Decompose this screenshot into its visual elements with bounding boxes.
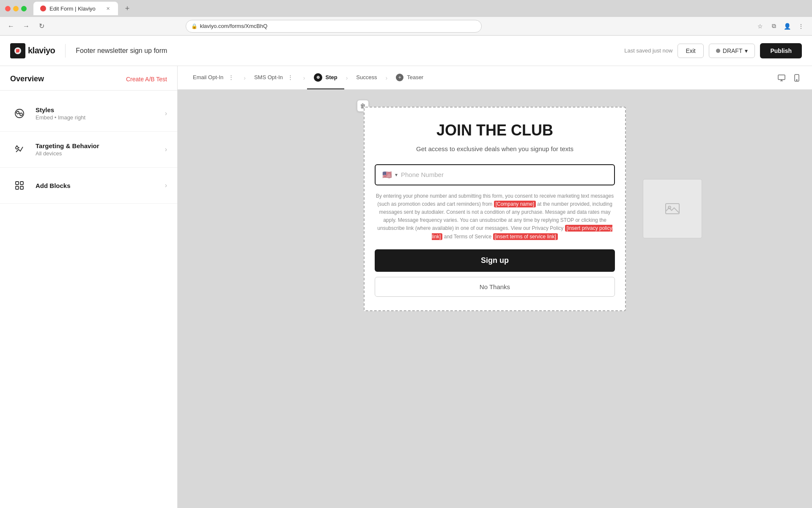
svg-point-5: [16, 146, 18, 149]
no-thanks-button[interactable]: No Thanks: [375, 277, 615, 297]
overview-title: Overview: [10, 75, 44, 83]
nav-divider: [65, 44, 66, 58]
form-title: Footer newsletter sign up form: [76, 47, 167, 55]
sidebar-header: Overview Create A/B Test: [0, 66, 177, 91]
nav-right: Last saved just now Exit DRAFT ▾ Publish: [624, 43, 802, 58]
styles-item-title: Styles: [36, 106, 158, 113]
sidebar-item-styles[interactable]: Styles Embed • Image right ›: [0, 96, 177, 132]
browser-toolbar: ← → ↻ 🔒 klaviyo.com/forms/XmcBhQ ☆ ⧉ 👤 ⋮: [0, 17, 812, 36]
signup-button[interactable]: Sign up: [375, 249, 615, 272]
bookmark-button[interactable]: ☆: [754, 20, 766, 32]
profile-button[interactable]: 👤: [782, 20, 793, 32]
tab-teaser-label: Teaser: [407, 74, 423, 80]
flag-icon: 🇺🇸: [382, 170, 392, 179]
preview-area[interactable]: 🗑 JOIN THE CLUB Get access to exclusive …: [178, 90, 812, 508]
form-subtext: Get access to exclusive deals when you s…: [375, 144, 615, 154]
svg-rect-8: [16, 182, 19, 185]
tab-success-label: Success: [356, 74, 377, 80]
styles-item-content: Styles Embed • Image right: [36, 106, 158, 121]
form-preview: JOIN THE CLUB Get access to exclusive de…: [364, 107, 626, 311]
draft-button[interactable]: DRAFT ▾: [709, 44, 755, 58]
left-sidebar: Overview Create A/B Test Styl: [0, 66, 178, 508]
tab-email-opt-in[interactable]: Email Opt-In ⋮: [186, 66, 242, 89]
mobile-view-button[interactable]: [790, 71, 804, 85]
tab-sms-opt-in-options[interactable]: ⋮: [286, 73, 295, 82]
phone-input[interactable]: 🇺🇸 ▾ Phone Number: [375, 164, 615, 185]
form-headline: JOIN THE CLUB: [375, 121, 615, 139]
extensions-button[interactable]: ⧉: [768, 20, 780, 32]
refresh-button[interactable]: ↻: [36, 20, 47, 32]
top-nav: klaviyo Footer newsletter sign up form L…: [0, 36, 812, 66]
draft-status-dot: [716, 49, 720, 53]
klaviyo-logo: klaviyo: [10, 43, 55, 58]
publish-button[interactable]: Publish: [760, 43, 802, 58]
exit-button[interactable]: Exit: [678, 44, 703, 58]
new-tab-button[interactable]: +: [121, 3, 133, 14]
svg-rect-12: [778, 75, 785, 80]
terms-link[interactable]: [insert terms of service link]: [493, 233, 558, 240]
styles-item-subtitle: Embed • Image right: [36, 114, 158, 121]
tab-favicon: [40, 6, 46, 11]
tab-sms-opt-in[interactable]: SMS Opt-In ⋮: [247, 66, 302, 89]
image-placeholder: [643, 179, 702, 238]
styles-icon: [10, 104, 29, 123]
phone-dropdown-arrow[interactable]: ▾: [395, 172, 398, 178]
styles-arrow-icon: ›: [165, 110, 167, 117]
svg-rect-11: [20, 186, 23, 189]
blocks-item-content: Add Blocks: [36, 182, 158, 189]
targeting-arrow-icon: ›: [165, 146, 167, 153]
minimize-window-button[interactable]: [13, 6, 19, 11]
app: klaviyo Footer newsletter sign up form L…: [0, 36, 812, 508]
tab-teaser[interactable]: + Teaser: [389, 66, 430, 89]
svg-point-3: [20, 113, 22, 116]
targeting-item-subtitle: All devices: [36, 150, 158, 157]
traffic-lights: [5, 6, 27, 11]
sidebar-items: Styles Embed • Image right ›: [0, 91, 177, 209]
browser-tab[interactable]: Edit Form | Klaviyo ✕: [33, 2, 118, 15]
forward-button[interactable]: →: [20, 20, 32, 32]
consent-text: By entering your phone number and submit…: [375, 192, 615, 241]
browser-chrome: Edit Form | Klaviyo ✕ + ← → ↻ 🔒 klaviyo.…: [0, 0, 812, 36]
logo-mark: [10, 43, 25, 58]
back-button[interactable]: ←: [5, 20, 17, 32]
svg-line-4: [19, 113, 20, 114]
targeting-item-content: Targeting & Behavior All devices: [36, 142, 158, 157]
svg-rect-10: [16, 186, 19, 189]
tab-success[interactable]: Success: [349, 66, 384, 89]
tab-email-opt-in-options[interactable]: ⋮: [227, 73, 235, 82]
step-arrow-2: ›: [302, 75, 307, 81]
step-arrow-1: ›: [242, 75, 247, 81]
phone-placeholder: Phone Number: [401, 171, 607, 178]
step-arrow-3: ›: [344, 75, 350, 81]
maximize-window-button[interactable]: [21, 6, 27, 11]
blocks-arrow-icon: ›: [165, 182, 167, 189]
view-buttons: [775, 71, 804, 85]
menu-button[interactable]: ⋮: [795, 20, 807, 32]
sidebar-item-targeting[interactable]: Targeting & Behavior All devices ›: [0, 132, 177, 168]
form-preview-wrapper: 🗑 JOIN THE CLUB Get access to exclusive …: [364, 107, 626, 311]
content-area: Overview Create A/B Test Styl: [0, 66, 812, 508]
right-panel: Email Opt-In ⋮ › SMS Opt-In ⋮ › ⊕ Step ›…: [178, 66, 812, 508]
create-ab-test-link[interactable]: Create A/B Test: [126, 76, 167, 83]
tab-title: Edit Form | Klaviyo: [49, 6, 96, 12]
address-bar[interactable]: 🔒 klaviyo.com/forms/XmcBhQ: [186, 20, 482, 33]
tab-close-button[interactable]: ✕: [104, 5, 111, 12]
lock-icon: 🔒: [191, 23, 198, 29]
tab-email-opt-in-label: Email Opt-In: [193, 74, 223, 80]
step-tabs: Email Opt-In ⋮ › SMS Opt-In ⋮ › ⊕ Step ›…: [178, 66, 812, 90]
tab-step-label: Step: [326, 74, 337, 80]
teaser-plus-icon: +: [396, 74, 403, 81]
sidebar-item-add-blocks[interactable]: Add Blocks ›: [0, 168, 177, 204]
close-window-button[interactable]: [5, 6, 11, 11]
tab-step[interactable]: ⊕ Step: [307, 66, 344, 89]
targeting-item-title: Targeting & Behavior: [36, 142, 158, 149]
targeting-icon: [10, 140, 29, 159]
toolbar-actions: ☆ ⧉ 👤 ⋮: [754, 20, 807, 32]
step-arrow-4: ›: [384, 75, 390, 81]
draft-chevron-icon: ▾: [745, 47, 748, 54]
svg-point-2: [16, 111, 19, 114]
desktop-view-button[interactable]: [775, 71, 788, 85]
svg-rect-9: [20, 182, 23, 185]
blocks-item-title: Add Blocks: [36, 182, 158, 189]
consent-text-3: and Terms of Service: [442, 234, 493, 240]
